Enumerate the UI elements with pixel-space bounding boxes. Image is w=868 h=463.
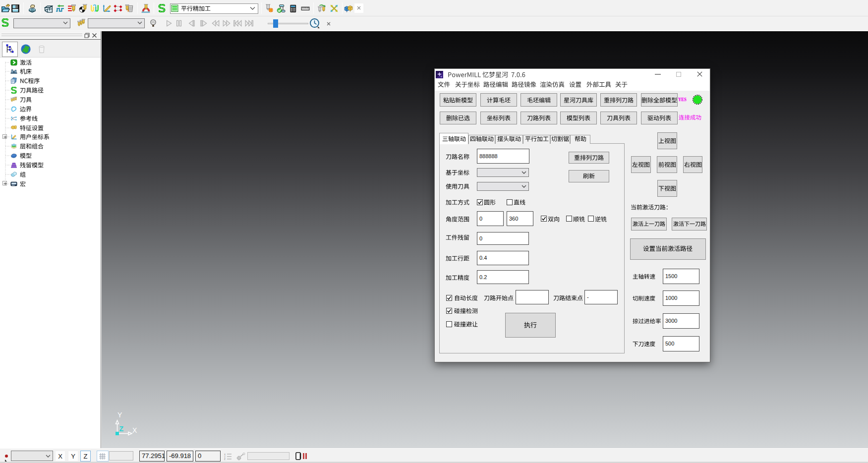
svg-text:Z: Z xyxy=(119,425,124,433)
svg-text:Y: Y xyxy=(117,411,122,419)
svg-text:X: X xyxy=(132,426,137,434)
svg-text:Z: Z xyxy=(224,458,226,460)
